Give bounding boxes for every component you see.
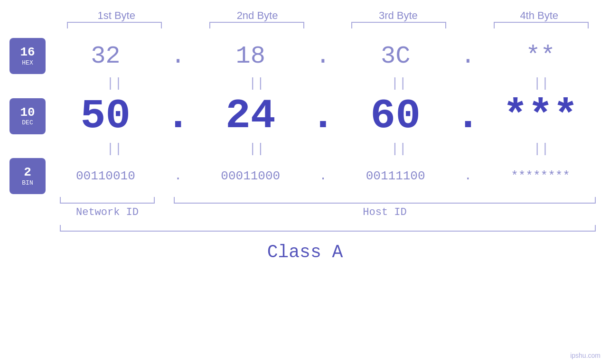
bin-badge-label: BIN xyxy=(22,179,33,187)
byte-header-1: 1st Byte xyxy=(64,9,169,22)
hex-byte-3: 3C xyxy=(348,42,443,70)
equals2-2: || xyxy=(209,141,304,156)
dec-byte-1: 50 xyxy=(58,93,153,140)
equals-3: || xyxy=(351,76,446,91)
bin-byte-4: ******** xyxy=(493,169,588,183)
dec-badge-label: DEC xyxy=(22,119,33,126)
dec-dot-2: . xyxy=(310,93,336,140)
equals2-1: || xyxy=(67,141,162,156)
equals-1: || xyxy=(67,76,162,91)
bottom-bracket-network xyxy=(60,197,155,204)
top-bracket-4 xyxy=(494,22,589,28)
byte-header-4: 4th Byte xyxy=(487,9,591,22)
top-bracket-3 xyxy=(351,22,446,28)
hex-dot-3: . xyxy=(460,42,475,70)
byte-header-3: 3rd Byte xyxy=(346,9,450,22)
dec-badge: 10 DEC xyxy=(9,98,46,134)
dec-byte-4: *** xyxy=(493,93,588,140)
dec-byte-2: 24 xyxy=(203,93,298,140)
hex-badge-label: HEX xyxy=(22,59,33,66)
hex-byte-2: 18 xyxy=(203,42,298,70)
host-id-label: Host ID xyxy=(174,206,596,218)
hex-badge-num: 16 xyxy=(20,46,35,59)
bin-badge-num: 2 xyxy=(24,166,31,179)
watermark: ipshu.com xyxy=(570,352,601,359)
top-bracket-2 xyxy=(209,22,304,28)
hex-dot-2: . xyxy=(316,42,330,70)
dec-badge-num: 10 xyxy=(20,106,35,120)
equals-4: || xyxy=(494,76,589,91)
byte-header-2: 2nd Byte xyxy=(205,9,310,22)
equals2-3: || xyxy=(351,141,446,156)
bin-dot-3: . xyxy=(464,169,472,183)
bin-byte-2: 00011000 xyxy=(203,169,298,183)
main-container: 1st Byte 2nd Byte 3rd Byte 4th Byte 16 H… xyxy=(0,0,610,364)
equals2-4: || xyxy=(494,141,589,156)
top-bracket-1 xyxy=(67,22,162,28)
dec-dot-1: . xyxy=(166,93,191,140)
bin-badge: 2 BIN xyxy=(9,158,46,194)
dec-dot-3: . xyxy=(455,93,480,140)
dec-byte-3: 60 xyxy=(348,93,443,140)
bottom-bracket-host xyxy=(174,197,596,204)
hex-badge: 16 HEX xyxy=(9,38,46,74)
bin-byte-3: 00111100 xyxy=(348,169,443,183)
class-label: Class A xyxy=(0,242,610,262)
big-bottom-bracket xyxy=(60,225,596,232)
bin-byte-1: 00110010 xyxy=(58,169,153,183)
hex-byte-1: 32 xyxy=(58,42,153,70)
hex-dot-1: . xyxy=(170,42,185,70)
hex-byte-4: ** xyxy=(493,42,588,70)
equals-2: || xyxy=(209,76,304,91)
bin-dot-2: . xyxy=(319,169,327,183)
network-id-label: Network ID xyxy=(60,206,155,218)
bin-dot-1: . xyxy=(174,169,182,183)
